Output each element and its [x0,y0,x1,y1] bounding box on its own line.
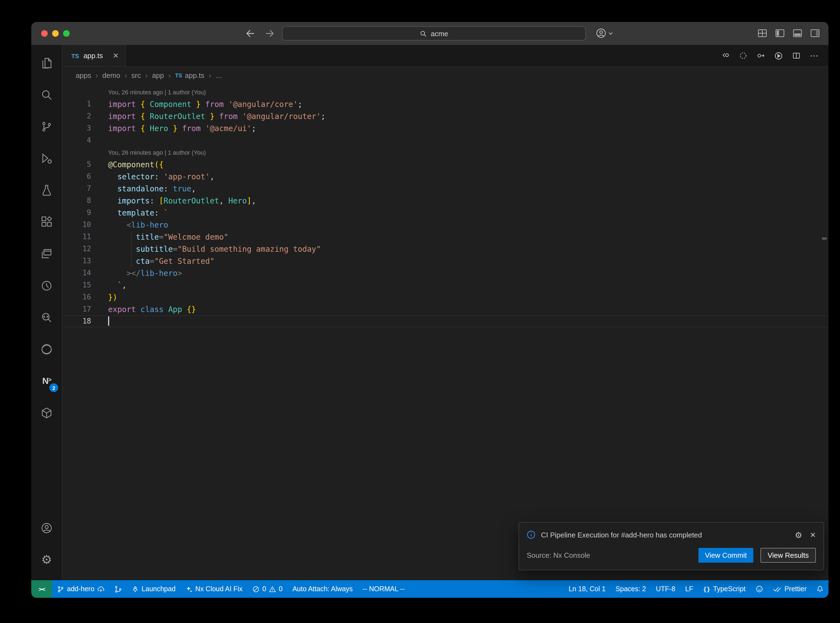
search-view-icon[interactable] [34,79,60,111]
code-text[interactable]: export class App {} [91,303,196,315]
code-row[interactable]: 6 selector: 'app-root', [63,170,828,183]
code-text[interactable]: standalone: true, [91,183,196,195]
code-row[interactable]: 9 template: ` [63,207,828,219]
nx-console-icon[interactable]: N> 2 [34,365,60,397]
code-text[interactable]: ></lib-hero> [91,267,182,279]
editor-pane[interactable]: You, 26 minutes ago | 1 author (You)1imp… [63,84,828,580]
view-results-button[interactable]: View Results [760,548,816,563]
minimize-window-button[interactable] [52,30,59,37]
code-inspect-icon[interactable] [34,302,60,333]
code-text[interactable]: import { Component } from '@angular/core… [91,98,302,110]
branch-indicator[interactable]: add-hero [52,580,110,598]
nx-cloud-fix-button[interactable]: Nx Cloud AI Fix [181,580,247,598]
code-text[interactable]: template: ` [91,207,168,219]
line-number[interactable]: 17 [63,303,91,315]
formatter-indicator[interactable]: Prettier [768,580,811,598]
indentation-indicator[interactable]: Spaces: 2 [611,580,651,598]
explorer-icon[interactable] [34,47,60,79]
compare-revision-icon[interactable] [739,52,747,60]
notifications-bell-button[interactable] [811,580,828,598]
tab-app-ts[interactable]: TS app.ts ✕ [63,45,126,66]
remote-explorer-icon[interactable] [34,238,60,270]
line-number[interactable]: 8 [63,195,91,207]
line-number[interactable]: 18 [63,315,91,327]
eol-indicator[interactable]: LF [680,580,698,598]
code-row[interactable]: 2import { RouterOutlet } from '@angular/… [63,110,828,122]
line-number[interactable]: 1 [63,98,91,110]
navigate-forward-icon[interactable] [266,30,274,37]
breadcrumb-item[interactable]: app [152,71,164,80]
code-text[interactable]: selector: 'app-root', [91,170,215,183]
code-row[interactable]: 12 subtitle="Build something amazing tod… [63,243,828,255]
code-row[interactable]: 10 <lib-hero [63,219,828,231]
split-editor-icon[interactable] [792,52,800,60]
notification-settings-icon[interactable]: ⚙ [795,531,802,539]
code-text[interactable]: }) [91,291,117,303]
toggle-secondary-sidebar-icon[interactable] [810,29,820,37]
code-text[interactable]: @Component({ [91,158,163,170]
codelens-row[interactable]: You, 26 minutes ago | 1 author (You) [63,86,828,98]
codelens-row[interactable]: You, 26 minutes ago | 1 author (You) [63,146,828,158]
codelens-text[interactable]: You, 26 minutes ago | 1 author (You) [91,86,206,98]
code-text[interactable] [91,134,108,146]
code-text[interactable]: <lib-hero [91,219,168,231]
account-menu-button[interactable] [596,28,613,38]
code-row[interactable]: 18 [63,315,828,327]
line-number[interactable]: 10 [63,219,91,231]
source-control-icon[interactable] [34,111,60,143]
line-number[interactable] [63,146,91,158]
code-row[interactable]: 17export class App {} [63,303,828,315]
code-row[interactable]: 14 ></lib-hero> [63,267,828,279]
notification-close-icon[interactable]: ✕ [810,531,816,538]
settings-gear-icon[interactable]: ⚙ [34,544,60,576]
line-number[interactable]: 7 [63,183,91,195]
launchpad-button[interactable]: Launchpad [127,580,181,598]
customize-layout-icon[interactable] [758,29,767,37]
close-tab-icon[interactable]: ✕ [113,52,119,60]
code-row[interactable]: 16}) [63,291,828,303]
open-graph-icon[interactable] [757,52,765,60]
language-mode-indicator[interactable]: {} TypeScript [698,580,751,598]
line-number[interactable]: 3 [63,122,91,134]
navigate-back-icon[interactable] [246,30,255,37]
line-number[interactable]: 9 [63,207,91,219]
cursor-position-indicator[interactable]: Ln 18, Col 1 [564,580,611,598]
code-text[interactable]: import { RouterOutlet } from '@angular/r… [91,110,326,122]
code-row[interactable]: 13 cta="Get Started" [63,255,828,267]
code-row[interactable]: 3import { Hero } from '@acme/ui'; [63,122,828,134]
code-text[interactable] [91,315,109,327]
zoom-window-button[interactable] [63,30,70,37]
breadcrumb-item[interactable]: TSapp.ts [175,71,204,80]
breadcrumb-item[interactable]: demo [102,71,120,80]
code-text[interactable]: title="Welcmoe demo" [91,231,228,243]
line-number[interactable]: 2 [63,110,91,122]
line-number[interactable]: 15 [63,279,91,291]
gitlens-icon[interactable] [34,270,60,302]
breadcrumb-item[interactable]: apps [76,71,91,80]
open-changes-icon[interactable] [722,52,730,60]
vim-mode-indicator[interactable]: -- NORMAL -- [358,580,410,598]
code-row[interactable]: 15 `, [63,279,828,291]
browser-devtools-icon[interactable] [34,333,60,365]
code-row[interactable]: 1import { Component } from '@angular/cor… [63,98,828,110]
line-number[interactable]: 5 [63,158,91,170]
feedback-button[interactable] [750,580,768,598]
codelens-text[interactable]: You, 26 minutes ago | 1 author (You) [91,146,206,158]
line-number[interactable]: 14 [63,267,91,279]
breadcrumb-item[interactable]: src [131,71,141,80]
code-row[interactable]: 4 [63,134,828,146]
code-row[interactable]: 7 standalone: true, [63,183,828,195]
line-number[interactable]: 16 [63,291,91,303]
line-number[interactable]: 6 [63,170,91,183]
auto-attach-indicator[interactable]: Auto Attach: Always [287,580,358,598]
remote-indicator[interactable]: >< [31,580,52,598]
line-number[interactable]: 11 [63,231,91,243]
line-number[interactable]: 13 [63,255,91,267]
breadcrumb-item[interactable]: … [215,71,223,80]
code-text[interactable]: import { Hero } from '@acme/ui'; [91,122,256,134]
code-text[interactable]: imports: [RouterOutlet, Hero], [91,195,256,207]
toggle-panel-icon[interactable] [793,29,802,37]
code-text[interactable]: `, [91,279,126,291]
command-center-search[interactable]: acme [282,26,586,41]
accounts-icon[interactable] [34,512,60,544]
